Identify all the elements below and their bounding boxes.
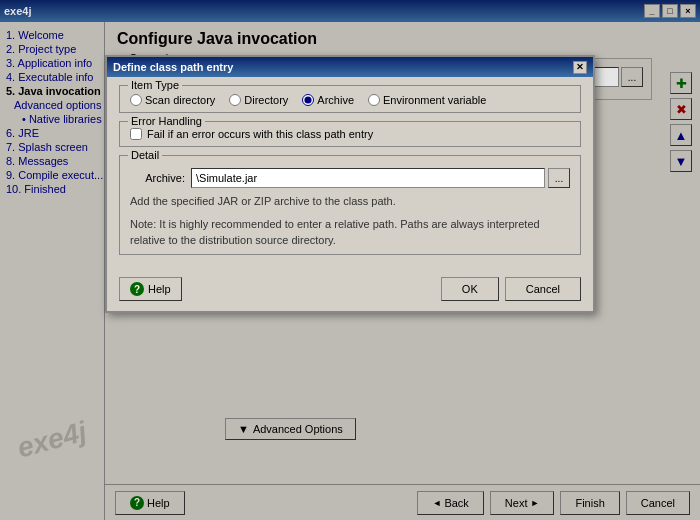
radio-scan-directory-label: Scan directory: [145, 94, 215, 106]
radio-group: Scan directory Directory Archive Environ…: [130, 92, 570, 106]
archive-input[interactable]: [191, 168, 545, 188]
note1-text: Add the specified JAR or ZIP archive to …: [130, 194, 570, 209]
radio-directory-label: Directory: [244, 94, 288, 106]
error-handling-label: Error Handling: [128, 115, 205, 127]
dialog-content: Item Type Scan directory Directory Archi…: [107, 77, 593, 271]
detail-label: Detail: [128, 149, 162, 161]
archive-row: Archive: ...: [130, 168, 570, 188]
radio-archive[interactable]: Archive: [302, 94, 354, 106]
radio-archive-label: Archive: [317, 94, 354, 106]
error-checkbox-input[interactable]: [130, 128, 142, 140]
help-icon-dialog: ?: [130, 282, 144, 296]
radio-env-label: Environment variable: [383, 94, 486, 106]
dialog-title-bar: Define class path entry ✕: [107, 57, 593, 77]
radio-directory[interactable]: Directory: [229, 94, 288, 106]
note2-text: Note: It is highly recommended to enter …: [130, 217, 570, 248]
detail-section: Detail Archive: ... Add the specified JA…: [119, 155, 581, 255]
dialog-buttons-row: ? Help OK Cancel: [107, 271, 593, 311]
radio-env-input[interactable]: [368, 94, 380, 106]
dialog-help-label: Help: [148, 283, 171, 295]
radio-environment-variable[interactable]: Environment variable: [368, 94, 486, 106]
item-type-section: Item Type Scan directory Directory Archi…: [119, 85, 581, 113]
error-handling-section: Error Handling Fail if an error occurs w…: [119, 121, 581, 147]
dialog-close-button[interactable]: ✕: [573, 61, 587, 74]
dialog-ok-cancel: OK Cancel: [441, 277, 581, 301]
error-checkbox[interactable]: Fail if an error occurs with this class …: [130, 128, 570, 140]
radio-directory-input[interactable]: [229, 94, 241, 106]
item-type-label: Item Type: [128, 79, 182, 91]
radio-scan-directory[interactable]: Scan directory: [130, 94, 215, 106]
dialog-overlay: Define class path entry ✕ Item Type Scan…: [0, 0, 700, 520]
radio-scan-directory-input[interactable]: [130, 94, 142, 106]
archive-label: Archive:: [130, 172, 185, 184]
define-class-path-dialog: Define class path entry ✕ Item Type Scan…: [105, 55, 595, 313]
radio-archive-input[interactable]: [302, 94, 314, 106]
dialog-cancel-button[interactable]: Cancel: [505, 277, 581, 301]
dialog-ok-button[interactable]: OK: [441, 277, 499, 301]
dialog-help-button[interactable]: ? Help: [119, 277, 182, 301]
archive-browse-button[interactable]: ...: [548, 168, 570, 188]
dialog-title: Define class path entry: [113, 61, 233, 73]
error-checkbox-label: Fail if an error occurs with this class …: [147, 128, 373, 140]
